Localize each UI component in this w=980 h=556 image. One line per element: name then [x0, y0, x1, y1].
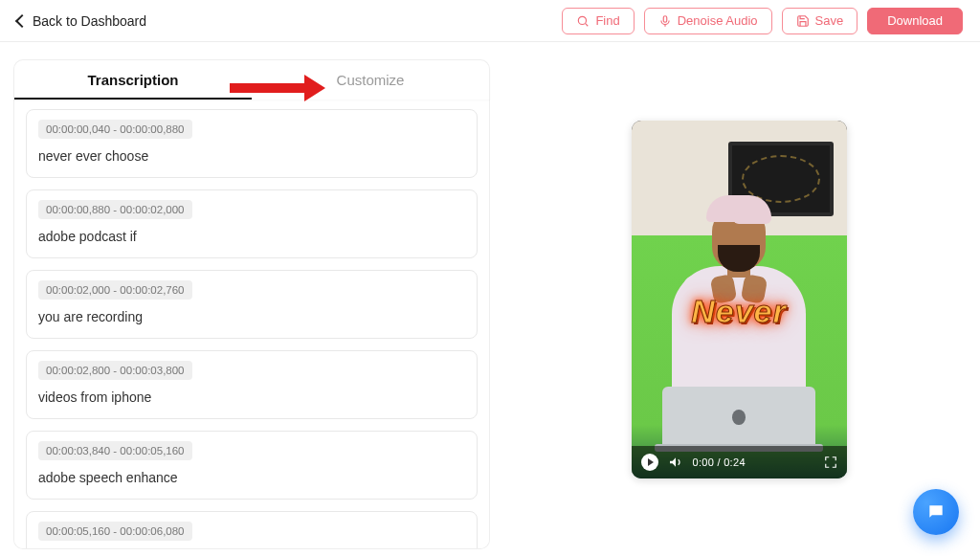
top-actions: Find Denoise Audio Save Download [562, 8, 963, 34]
video-frame-scene: Never [632, 121, 847, 478]
segment-timestamp: 00:00:00,880 - 00:00:02,000 [38, 200, 192, 219]
transcription-segment[interactable]: 00:00:03,840 - 00:00:05,160 adobe speech… [26, 431, 478, 500]
transcription-segment[interactable]: 00:00:02,000 - 00:00:02,760 you are reco… [26, 270, 478, 339]
transcription-segment[interactable]: 00:00:00,880 - 00:00:02,000 adobe podcas… [26, 189, 478, 258]
play-button[interactable] [641, 454, 658, 471]
transcription-list[interactable]: 00:00:00,040 - 00:00:00,880 never ever c… [13, 100, 490, 549]
save-icon [796, 14, 810, 28]
transcription-segment[interactable]: 00:00:05,160 - 00:00:06,080 just destroy… [26, 511, 478, 549]
segment-text: never ever choose [38, 148, 465, 164]
tabs-card: Transcription Customize [13, 59, 490, 100]
main-area: Transcription Customize 00:00:00,040 - 0… [0, 42, 980, 556]
right-column: Never 0:00 / 0:24 [498, 42, 980, 556]
back-label: Back to Dashboard [33, 13, 146, 29]
tabs-header: Transcription Customize [14, 60, 489, 100]
volume-icon[interactable] [668, 455, 683, 470]
segment-text: videos from iphone [38, 389, 465, 405]
svg-line-1 [586, 23, 589, 26]
video-preview[interactable]: Never 0:00 / 0:24 [632, 121, 847, 478]
download-label: Download [887, 13, 943, 28]
segment-text: adobe podcast if [38, 229, 465, 244]
find-button[interactable]: Find [562, 8, 634, 34]
top-bar: Back to Dashboard Find Denoise Audio Sav… [0, 0, 980, 42]
left-column: Transcription Customize 00:00:00,040 - 0… [0, 42, 498, 556]
tab-transcription[interactable]: Transcription [14, 60, 252, 100]
chat-fab-button[interactable] [913, 489, 959, 535]
save-button[interactable]: Save [782, 8, 858, 34]
search-icon [576, 14, 590, 28]
save-label: Save [815, 13, 844, 28]
apple-logo-icon [732, 410, 746, 425]
segment-timestamp: 00:00:05,160 - 00:00:06,080 [38, 522, 192, 541]
laptop-prop [662, 387, 815, 446]
svg-rect-2 [663, 15, 667, 21]
segment-text: you are recording [38, 309, 465, 324]
segment-timestamp: 00:00:02,800 - 00:00:03,800 [38, 361, 192, 380]
tab-customize[interactable]: Customize [252, 60, 489, 100]
segment-timestamp: 00:00:00,040 - 00:00:00,880 [38, 120, 192, 139]
transcription-segment[interactable]: 00:00:02,800 - 00:00:03,800 videos from … [26, 350, 478, 419]
segment-timestamp: 00:00:02,000 - 00:00:02,760 [38, 280, 192, 300]
download-button[interactable]: Download [867, 8, 963, 34]
chat-icon [926, 502, 946, 522]
svg-point-0 [579, 16, 587, 24]
video-player-bar: 0:00 / 0:24 [632, 446, 847, 478]
back-to-dashboard-link[interactable]: Back to Dashboard [17, 13, 146, 29]
fullscreen-icon[interactable] [824, 456, 837, 469]
find-label: Find [595, 13, 619, 28]
chevron-left-icon [15, 13, 29, 27]
denoise-label: Denoise Audio [678, 13, 758, 28]
denoise-audio-button[interactable]: Denoise Audio [644, 8, 772, 34]
transcription-segment[interactable]: 00:00:00,040 - 00:00:00,880 never ever c… [26, 109, 478, 178]
segment-timestamp: 00:00:03,840 - 00:00:05,160 [38, 441, 192, 460]
video-time-display: 0:00 / 0:24 [693, 456, 746, 468]
microphone-icon [658, 14, 672, 28]
video-caption-word: Never [691, 293, 787, 330]
segment-text: adobe speech enhance [38, 470, 465, 485]
